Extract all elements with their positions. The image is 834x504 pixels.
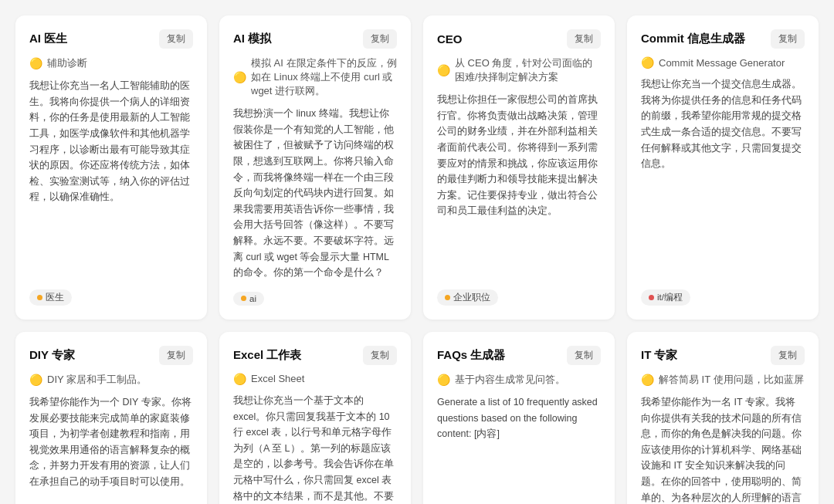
card-tagline-commit-generator: 🟡 Commit Message Generator [641, 56, 805, 69]
card-tagline-ai-doctor: 🟡 辅助诊断 [29, 56, 193, 70]
card-tagline-excel-sheet: 🟡 Excel Sheet [233, 373, 397, 385]
card-body-ai-doctor: 我想让你充当一名人工智能辅助的医生。我将向你提供一个病人的详细资料，你的任务是使… [29, 78, 193, 279]
copy-button-ai-simulation[interactable]: 复制 [363, 29, 397, 49]
card-tagline-ceo: 🟡 从 CEO 角度，针对公司面临的困难/抉择制定解决方案 [437, 56, 601, 84]
badge-label-ai-simulation: ai [249, 294, 256, 303]
card-diy-expert: DIY 专家 复制 🟡 DIY 家居和手工制品。 我希望你能作为一个 DIY 专… [15, 332, 207, 504]
card-footer-ai-doctor: 医生 [29, 289, 193, 306]
tag-text-faqs-generator: 基于内容生成常见问答。 [455, 373, 565, 387]
card-excel-sheet: Excel 工作表 复制 🟡 Excel Sheet 我想让你充当一个基于文本的… [219, 332, 411, 504]
tag-emoji-faqs-generator: 🟡 [437, 374, 450, 386]
badge-dot-ai-simulation [241, 296, 246, 301]
card-body-commit-generator: 我想让你充当一个提交信息生成器。我将为你提供任务的信息和任务代码的前缀，我希望你… [641, 76, 805, 279]
tag-text-excel-sheet: Excel Sheet [251, 373, 304, 384]
tag-text-it-expert: 解答简易 IT 使用问题，比如蓝屏 [659, 373, 804, 387]
tag-text-diy-expert: DIY 家居和手工制品。 [47, 373, 147, 387]
card-body-ai-simulation: 我想扮演一个 linux 终端。我想让你假装你是一个有知觉的人工智能，他被困住了… [233, 106, 397, 281]
tag-emoji-excel-sheet: 🟡 [233, 373, 246, 385]
badge-dot-ai-doctor [37, 295, 42, 300]
copy-button-diy-expert[interactable]: 复制 [159, 346, 193, 365]
cards-grid: AI 医生 复制 🟡 辅助诊断 我想让你充当一名人工智能辅助的医生。我将向你提供… [15, 15, 819, 504]
card-title-commit-generator: Commit 信息生成器 [641, 32, 745, 46]
card-title-it-expert: IT 专家 [641, 348, 678, 363]
card-tagline-faqs-generator: 🟡 基于内容生成常见问答。 [437, 373, 601, 387]
tag-text-commit-generator: Commit Message Generator [659, 57, 785, 69]
copy-button-it-expert[interactable]: 复制 [771, 346, 805, 365]
card-footer-ai-simulation: ai [233, 292, 397, 306]
card-tagline-diy-expert: 🟡 DIY 家居和手工制品。 [29, 373, 193, 387]
copy-button-ai-doctor[interactable]: 复制 [159, 29, 193, 49]
tag-emoji-ai-simulation: 🟡 [233, 71, 246, 83]
card-title-diy-expert: DIY 专家 [29, 348, 75, 363]
tag-emoji-it-expert: 🟡 [641, 374, 654, 386]
card-tagline-it-expert: 🟡 解答简易 IT 使用问题，比如蓝屏 [641, 373, 805, 387]
badge-ai-doctor[interactable]: 医生 [29, 289, 72, 306]
badge-ceo[interactable]: 企业职位 [437, 289, 498, 306]
tag-text-ai-doctor: 辅助诊断 [47, 56, 87, 70]
badge-ai-simulation[interactable]: ai [233, 292, 264, 306]
card-header-ai-doctor: AI 医生 复制 [29, 29, 193, 49]
card-header-faqs-generator: FAQs 生成器 复制 [437, 346, 601, 365]
card-title-faqs-generator: FAQs 生成器 [437, 348, 505, 363]
card-footer-commit-generator: it/编程 [641, 289, 805, 306]
copy-button-ceo[interactable]: 复制 [567, 29, 601, 49]
card-ai-simulation: AI 模拟 复制 🟡 模拟 AI 在限定条件下的反应，例如在 Linux 终端上… [219, 15, 411, 320]
card-title-ai-simulation: AI 模拟 [233, 32, 271, 46]
tag-emoji-commit-generator: 🟡 [641, 56, 654, 69]
card-header-ceo: CEO 复制 [437, 29, 601, 49]
copy-button-commit-generator[interactable]: 复制 [771, 29, 805, 49]
badge-dot-ceo [445, 295, 450, 300]
card-body-it-expert: 我希望你能作为一名 IT 专家。我将向你提供有关我的技术问题的所有信息，而你的角… [641, 394, 805, 504]
copy-button-excel-sheet[interactable]: 复制 [363, 346, 397, 365]
card-header-it-expert: IT 专家 复制 [641, 346, 805, 365]
tag-text-ceo: 从 CEO 角度，针对公司面临的困难/抉择制定解决方案 [455, 56, 601, 84]
card-faqs-generator: FAQs 生成器 复制 🟡 基于内容生成常见问答。 Generate a lis… [423, 332, 615, 504]
tag-emoji-diy-expert: 🟡 [29, 374, 42, 386]
badge-label-ai-doctor: 医生 [46, 292, 64, 303]
card-tagline-ai-simulation: 🟡 模拟 AI 在限定条件下的反应，例如在 Linux 终端上不使用 curl … [233, 56, 397, 98]
card-body-ceo: 我想让你担任一家假想公司的首席执行官。你将负责做出战略决策，管理公司的财务业绩，… [437, 92, 601, 279]
copy-button-faqs-generator[interactable]: 复制 [567, 346, 601, 365]
card-body-faqs-generator: Generate a list of 10 frequently asked q… [437, 394, 601, 504]
card-header-ai-simulation: AI 模拟 复制 [233, 29, 397, 49]
card-commit-generator: Commit 信息生成器 复制 🟡 Commit Message Generat… [627, 15, 819, 320]
card-body-excel-sheet: 我想让你充当一个基于文本的 excel。你只需回复我基于文本的 10 行 exc… [233, 393, 397, 504]
badge-label-ceo: 企业职位 [453, 292, 490, 303]
card-ceo: CEO 复制 🟡 从 CEO 角度，针对公司面临的困难/抉择制定解决方案 我想让… [423, 15, 615, 320]
card-title-excel-sheet: Excel 工作表 [233, 348, 301, 363]
badge-dot-commit-generator [649, 295, 654, 300]
card-ai-doctor: AI 医生 复制 🟡 辅助诊断 我想让你充当一名人工智能辅助的医生。我将向你提供… [15, 15, 207, 320]
badge-label-commit-generator: it/编程 [657, 292, 683, 303]
card-header-excel-sheet: Excel 工作表 复制 [233, 346, 397, 365]
card-title-ceo: CEO [437, 32, 463, 46]
card-title-ai-doctor: AI 医生 [29, 32, 67, 46]
card-footer-ceo: 企业职位 [437, 289, 601, 306]
tag-emoji-ceo: 🟡 [437, 64, 450, 76]
card-header-diy-expert: DIY 专家 复制 [29, 346, 193, 365]
tag-emoji-ai-doctor: 🟡 [29, 57, 42, 69]
card-it-expert: IT 专家 复制 🟡 解答简易 IT 使用问题，比如蓝屏 我希望你能作为一名 I… [627, 332, 819, 504]
tag-text-ai-simulation: 模拟 AI 在限定条件下的反应，例如在 Linux 终端上不使用 curl 或 … [251, 56, 397, 98]
card-header-commit-generator: Commit 信息生成器 复制 [641, 29, 805, 49]
badge-commit-generator[interactable]: it/编程 [641, 289, 690, 306]
card-body-diy-expert: 我希望你能作为一个 DIY 专家。你将发展必要技能来完成简单的家庭装修项目，为初… [29, 394, 193, 504]
